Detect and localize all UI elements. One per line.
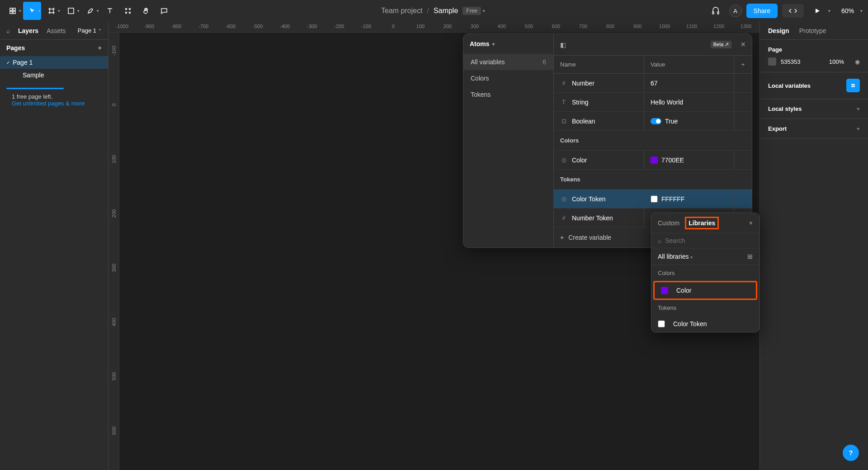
group-colors: Colors <box>554 131 752 151</box>
variable-value: FFFFFF <box>661 195 684 203</box>
type-icon: ⊡ <box>560 118 567 125</box>
page-selector[interactable]: Page 1 ⌃ <box>78 27 102 34</box>
close-icon[interactable]: × <box>741 40 745 49</box>
type-icon: ◎ <box>560 195 567 203</box>
present-button[interactable] <box>808 2 826 20</box>
dev-mode-button[interactable] <box>782 4 804 18</box>
search-icon[interactable]: ⌕ <box>6 27 10 34</box>
close-icon[interactable]: × <box>749 219 753 227</box>
libraries-popup: Custom Libraries × ⌕ All libraries ▾ ⊞ C… <box>651 213 760 332</box>
export-label: Export <box>768 125 787 132</box>
bg-color-value[interactable]: 535353 <box>781 58 800 65</box>
zoom-level[interactable]: 60% <box>837 7 859 14</box>
add-export-button[interactable]: + <box>856 125 860 132</box>
tab-libraries[interactable]: Libraries <box>686 218 718 228</box>
eye-icon[interactable]: ◉ <box>855 58 860 65</box>
variable-row[interactable]: #Number67 <box>554 74 752 93</box>
chevron-down-icon[interactable]: ▾ <box>77 9 80 13</box>
variable-row[interactable]: ◎Color TokenFFFFFF <box>554 190 752 209</box>
comment-tool[interactable] <box>155 2 173 20</box>
library-item-token[interactable]: Color Token <box>651 316 759 332</box>
horizontal-ruler: -1000-900-800-700-600-500-400-300-200-10… <box>108 22 760 33</box>
tab-design[interactable]: Design <box>768 27 789 34</box>
add-mode-button[interactable]: + <box>734 56 752 73</box>
beta-badge: Beta ↗ <box>711 41 732 48</box>
type-icon: # <box>560 80 567 87</box>
variable-row[interactable]: ◎Color7700EE <box>554 151 752 170</box>
type-icon: T <box>560 99 567 106</box>
variable-name: Number <box>572 80 594 87</box>
color-swatch <box>651 157 658 164</box>
variable-name: Number Token <box>572 214 613 222</box>
team-name: Team project <box>381 7 423 15</box>
variable-name: Boolean <box>572 118 595 125</box>
vertical-ruler: -1000100200300400500600700800 <box>108 33 119 470</box>
local-variables-button[interactable] <box>846 79 860 92</box>
variable-name: String <box>572 99 589 106</box>
group-tokens: Tokens <box>554 170 752 190</box>
variable-row[interactable]: ⊡BooleanTrue <box>554 112 752 131</box>
bg-color-swatch[interactable] <box>768 57 776 66</box>
upsell-banner[interactable]: 1 free page left. Get unlimited pages & … <box>6 88 102 112</box>
chevron-down-icon[interactable]: ▾ <box>58 9 60 13</box>
type-icon: # <box>560 214 567 222</box>
page-item[interactable]: Sample <box>0 69 108 81</box>
type-icon: ◎ <box>560 157 567 164</box>
upsell-link[interactable]: Get unlimited pages & more <box>12 100 96 107</box>
variables-sidebar: Atoms ▾ All variables 6 Colors Tokens <box>463 34 554 247</box>
top-toolbar: ▾ ▾ ▾ ▾ ▾ Team project / Sample Free ▾ A… <box>0 0 868 22</box>
hand-tool[interactable] <box>137 2 155 20</box>
chevron-down-icon[interactable]: ▾ <box>828 9 830 13</box>
chevron-down-icon[interactable]: ▾ <box>38 9 41 13</box>
svg-rect-3 <box>13 11 15 14</box>
share-button[interactable]: Share <box>746 4 778 18</box>
library-search-input[interactable] <box>665 237 753 244</box>
svg-point-12 <box>129 9 131 10</box>
variable-value: Hello World <box>651 99 683 106</box>
grid-icon[interactable]: ⊞ <box>747 253 753 260</box>
sidebar-toggle-icon[interactable]: ◧ <box>560 41 566 48</box>
page-section-heading: Page <box>768 46 860 53</box>
category-tokens[interactable]: Tokens <box>463 86 553 103</box>
svg-rect-15 <box>712 12 714 14</box>
boolean-toggle[interactable] <box>651 118 661 124</box>
category-all[interactable]: All variables 6 <box>463 54 553 70</box>
add-page-button[interactable]: + <box>98 44 102 52</box>
resources-tool[interactable] <box>119 2 137 20</box>
chevron-down-icon[interactable]: ▾ <box>860 9 863 13</box>
collection-selector[interactable]: Atoms ▾ <box>463 34 553 54</box>
tab-prototype[interactable]: Prototype <box>799 27 826 34</box>
plan-badge: Free <box>462 7 481 15</box>
library-item-color[interactable]: Color <box>655 282 756 299</box>
user-avatar[interactable]: A <box>729 5 742 17</box>
help-button[interactable]: ? <box>843 445 859 461</box>
tab-custom[interactable]: Custom <box>658 219 679 227</box>
column-value: Value <box>644 56 734 73</box>
svg-point-13 <box>126 12 127 14</box>
category-colors[interactable]: Colors <box>463 70 553 86</box>
section-colors: Colors <box>651 265 759 281</box>
svg-rect-0 <box>10 8 12 10</box>
library-filter[interactable]: All libraries ▾ ⊞ <box>651 248 759 265</box>
page-item[interactable]: ✓ Page 1 <box>0 56 108 69</box>
file-title[interactable]: Team project / Sample Free ▾ <box>381 7 487 15</box>
variable-value: True <box>665 118 678 125</box>
chevron-down-icon[interactable]: ▾ <box>19 9 21 13</box>
variable-row[interactable]: TStringHello World <box>554 93 752 112</box>
chevron-down-icon[interactable]: ▾ <box>97 9 99 13</box>
left-panel: ⌕ Layers Assets Page 1 ⌃ Pages + ✓ Page … <box>0 22 108 470</box>
add-style-button[interactable]: + <box>856 105 860 112</box>
variable-name: Color Token <box>572 195 605 203</box>
tab-layers[interactable]: Layers <box>18 27 38 34</box>
svg-rect-8 <box>68 8 74 14</box>
chevron-down-icon[interactable]: ▾ <box>483 9 485 13</box>
bg-opacity[interactable]: 100% <box>829 58 844 65</box>
tab-assets[interactable]: Assets <box>47 27 66 34</box>
audio-icon[interactable] <box>707 2 725 20</box>
local-styles-label: Local styles <box>768 105 802 112</box>
local-variables-label: Local variables <box>768 82 811 89</box>
color-swatch <box>661 287 668 294</box>
check-icon: ✓ <box>6 60 10 65</box>
svg-point-14 <box>129 12 131 14</box>
text-tool[interactable] <box>101 2 119 20</box>
